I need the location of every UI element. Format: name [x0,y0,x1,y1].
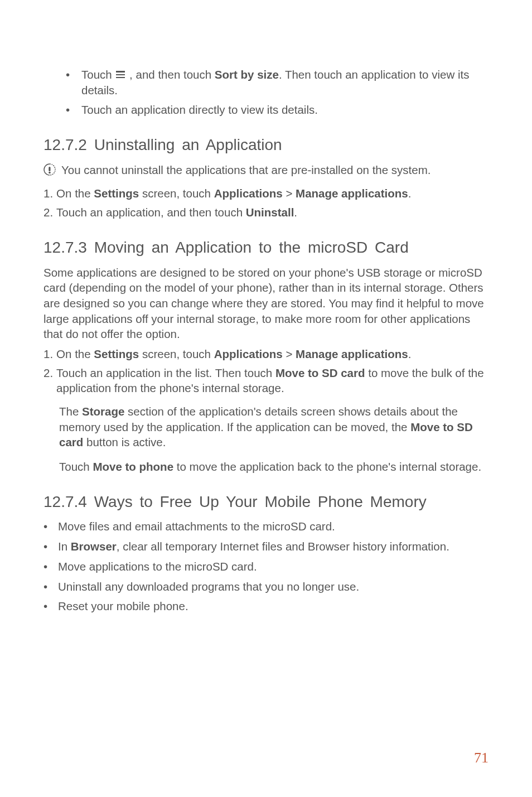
callout-text: You cannot uninstall the applications th… [61,162,431,178]
page-number: 71 [474,750,489,766]
bullet-mark: • [66,102,77,118]
text-run: Touch an application in the list. Then t… [56,366,275,379]
heading-1274: 12.7.4 Ways to Free Up Your Mobile Phone… [43,491,489,513]
svg-point-5 [49,172,51,174]
intro-paragraph: Some applications are designed to be sto… [43,265,489,342]
bullet-mark: • [66,67,77,83]
number-mark: 1. [43,346,53,362]
list-item-text: Uninstall any downloaded programs that y… [58,579,359,595]
list-item-text: Touch an application in the list. Then t… [56,365,489,396]
list-item: • Uninstall any downloaded programs that… [43,579,489,595]
number-mark: 2. [43,205,53,220]
text-run: > [283,187,296,200]
list-item: • Move applications to the microSD card. [43,559,489,574]
text-bold: Move to SD card [275,366,365,379]
text-run: On the [56,187,94,200]
text-run: screen, touch [139,187,214,200]
number-mark: 1. [43,186,53,201]
list-item: • Touch , and then touch Sort by size. T… [43,67,489,98]
svg-rect-4 [49,167,50,171]
list-item: • Reset your mobile phone. [43,598,489,614]
numbered-list-item: 2. Touch an application, and then touch … [43,205,489,220]
text-run: . [408,347,412,360]
sub-paragraph: Touch Move to phone to move the applicat… [43,459,489,475]
text-run: Touch an application, and then touch [56,206,246,219]
text-bold: Move to phone [93,460,173,473]
text-run: to move the application back to the phon… [173,460,481,473]
list-item: • Move files and email attachments to th… [43,519,489,534]
list-item-text: Touch , and then touch Sort by size. The… [81,67,489,98]
text-run: , and then touch [129,68,215,81]
list-item-text: Move files and email attachments to the … [58,519,335,534]
number-mark: 2. [43,365,53,381]
text-bold: Applications [214,347,283,360]
text-run: The [59,405,82,418]
numbered-list-item: 2. Touch an application in the list. The… [43,365,489,396]
numbered-list-item: 1. On the Settings screen, touch Applica… [43,346,489,362]
callout-note: You cannot uninstall the applications th… [43,162,489,180]
bullet-mark: • [43,598,54,614]
menu-icon [115,67,126,83]
list-item-text: Reset your mobile phone. [58,598,188,614]
text-run: . [294,206,297,219]
text-run: button is active. [83,436,166,448]
text-bold: Manage applications [296,187,408,200]
list-item-text: Touch an application, and then touch Uni… [56,205,489,220]
bullet-mark: • [43,579,54,595]
list-item-text: On the Settings screen, touch Applicatio… [56,346,489,362]
info-icon [43,163,56,180]
sub-paragraph: The Storage section of the application's… [43,404,489,450]
text-run: > [283,347,296,360]
heading-1272: 12.7.2 Uninstalling an Application [43,134,489,156]
text-run: In [58,540,71,553]
list-item: • In Browser, clear all temporary Intern… [43,539,489,554]
list-item-text: On the Settings screen, touch Applicatio… [56,186,489,201]
text-bold: Browser [71,540,117,553]
heading-1273: 12.7.3 Moving an Application to the micr… [43,237,489,258]
list-item: • Touch an application directly to view … [43,102,489,118]
text-bold: Settings [94,187,139,200]
bullet-mark: • [43,539,54,554]
text-bold: Applications [214,187,283,200]
numbered-list-item: 1. On the Settings screen, touch Applica… [43,186,489,201]
text-run: Touch [59,460,93,473]
text-bold: Settings [94,347,139,360]
text-run: On the [56,347,94,360]
bullet-mark: • [43,559,54,574]
text-run: . [408,187,412,200]
text-run: Touch [81,68,115,81]
text-bold: Uninstall [246,206,294,219]
text-run: , clear all temporary Internet files and… [117,540,449,553]
text-bold: Storage [82,405,124,418]
text-bold: Manage applications [296,347,408,360]
bullet-mark: • [43,519,54,534]
list-item-text: In Browser, clear all temporary Internet… [58,539,449,554]
text-bold: Sort by size [215,68,279,81]
list-item-text: Touch an application directly to view it… [81,102,318,118]
text-run: screen, touch [139,347,214,360]
list-item-text: Move applications to the microSD card. [58,559,257,574]
